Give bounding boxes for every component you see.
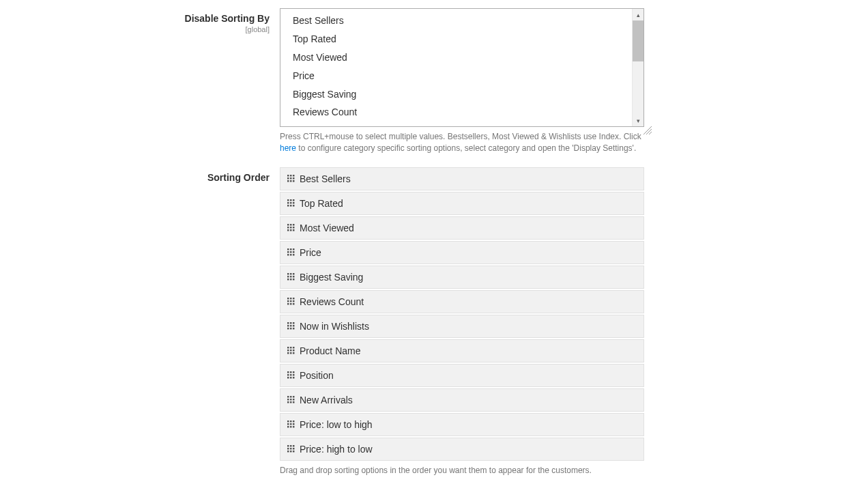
svg-rect-86 <box>293 399 295 401</box>
svg-rect-70 <box>290 352 292 354</box>
svg-rect-41 <box>293 276 295 278</box>
scrollbar[interactable]: ▴ ▾ <box>632 9 643 126</box>
svg-rect-62 <box>293 328 295 330</box>
svg-rect-50 <box>293 300 295 302</box>
svg-rect-23 <box>293 227 295 229</box>
sortable-item[interactable]: Biggest Saving <box>280 266 644 289</box>
sortable-item-label: Now in Wishlists <box>300 321 369 332</box>
svg-rect-2 <box>293 175 295 177</box>
sortable-item[interactable]: Product Name <box>280 339 644 362</box>
drag-handle-icon[interactable] <box>287 248 295 257</box>
drag-handle-icon[interactable] <box>287 175 295 183</box>
help-link-here[interactable]: here <box>280 143 296 153</box>
drag-handle-icon[interactable] <box>287 420 295 429</box>
svg-rect-55 <box>290 322 292 324</box>
sorting-order-label: Sorting Order <box>0 171 270 184</box>
sortable-item-label: Price: low to high <box>300 419 373 430</box>
sortable-item[interactable]: Price: high to low <box>280 438 644 461</box>
svg-rect-96 <box>287 426 289 428</box>
scroll-thumb[interactable] <box>633 20 643 61</box>
svg-rect-30 <box>287 251 289 253</box>
svg-rect-53 <box>293 303 295 305</box>
multiselect-option[interactable]: Best Sellers <box>280 12 632 30</box>
sorting-order-help: Drag and drop sorting options in the ord… <box>280 465 644 476</box>
svg-rect-47 <box>293 298 295 300</box>
drag-handle-icon[interactable] <box>287 199 295 208</box>
multiselect-option[interactable]: Price <box>280 67 632 85</box>
svg-rect-87 <box>287 401 289 403</box>
svg-rect-3 <box>287 177 289 180</box>
svg-rect-27 <box>287 248 289 251</box>
svg-rect-32 <box>293 251 295 253</box>
sortable-item-label: Most Viewed <box>300 223 354 233</box>
scroll-up-icon[interactable]: ▴ <box>633 9 643 20</box>
svg-rect-103 <box>290 448 292 450</box>
svg-rect-28 <box>290 248 292 251</box>
svg-rect-14 <box>293 202 295 204</box>
svg-rect-104 <box>293 448 295 450</box>
drag-handle-icon[interactable] <box>287 396 295 404</box>
drag-handle-icon[interactable] <box>287 347 295 355</box>
drag-handle-icon[interactable] <box>287 298 295 306</box>
sortable-item[interactable]: Most Viewed <box>280 216 644 240</box>
svg-rect-16 <box>290 205 292 207</box>
svg-rect-102 <box>287 448 289 450</box>
svg-rect-15 <box>287 205 289 207</box>
multiselect-option[interactable]: Reviews Count <box>280 103 632 122</box>
svg-rect-95 <box>293 423 295 425</box>
svg-rect-1 <box>290 175 292 177</box>
sortable-item[interactable]: Best Sellers <box>280 167 644 190</box>
scroll-down-icon[interactable]: ▾ <box>633 115 643 126</box>
svg-rect-73 <box>290 371 292 373</box>
svg-rect-33 <box>287 254 289 256</box>
disable-sorting-multiselect[interactable]: Best Sellers Top Rated Most Viewed Price… <box>280 8 644 127</box>
sortable-item[interactable]: Price <box>280 241 644 264</box>
svg-rect-25 <box>290 229 292 231</box>
svg-rect-18 <box>287 224 289 226</box>
svg-rect-29 <box>293 248 295 251</box>
sortable-item[interactable]: Reviews Count <box>280 290 644 313</box>
sortable-item[interactable]: New Arrivals <box>280 388 644 412</box>
sortable-item-label: Biggest Saving <box>300 272 363 283</box>
multiselect-option[interactable]: Most Viewed <box>280 48 632 67</box>
svg-rect-48 <box>287 300 289 302</box>
svg-rect-106 <box>290 451 292 453</box>
svg-rect-68 <box>293 350 295 352</box>
svg-rect-8 <box>293 180 295 182</box>
svg-rect-22 <box>290 227 292 229</box>
sortable-item-label: Top Rated <box>300 198 343 209</box>
svg-rect-90 <box>287 420 289 423</box>
svg-rect-19 <box>290 224 292 226</box>
sortable-item[interactable]: Now in Wishlists <box>280 315 644 338</box>
drag-handle-icon[interactable] <box>287 273 295 281</box>
disable-sorting-scope: [global] <box>0 25 270 33</box>
multiselect-option[interactable]: Biggest Saving <box>280 85 632 104</box>
svg-rect-81 <box>287 396 289 398</box>
svg-rect-76 <box>290 374 292 376</box>
svg-rect-88 <box>290 401 292 403</box>
svg-rect-63 <box>287 347 289 349</box>
drag-handle-icon[interactable] <box>287 224 295 232</box>
svg-rect-79 <box>290 377 292 379</box>
svg-rect-44 <box>293 279 295 281</box>
svg-rect-26 <box>293 229 295 231</box>
svg-rect-60 <box>287 328 289 330</box>
svg-rect-83 <box>293 396 295 398</box>
svg-rect-9 <box>287 199 289 201</box>
drag-handle-icon[interactable] <box>287 445 295 453</box>
svg-rect-77 <box>293 374 295 376</box>
svg-rect-5 <box>293 177 295 180</box>
svg-rect-84 <box>287 399 289 401</box>
drag-handle-icon[interactable] <box>287 371 295 380</box>
svg-rect-17 <box>293 205 295 207</box>
svg-rect-37 <box>290 273 292 275</box>
svg-rect-100 <box>290 445 292 447</box>
svg-rect-52 <box>290 303 292 305</box>
sortable-item[interactable]: Position <box>280 364 644 387</box>
svg-rect-59 <box>293 325 295 327</box>
multiselect-option[interactable]: Top Rated <box>280 30 632 48</box>
sortable-item[interactable]: Price: low to high <box>280 413 644 436</box>
drag-handle-icon[interactable] <box>287 322 295 330</box>
sortable-item[interactable]: Top Rated <box>280 192 644 215</box>
svg-rect-85 <box>290 399 292 401</box>
